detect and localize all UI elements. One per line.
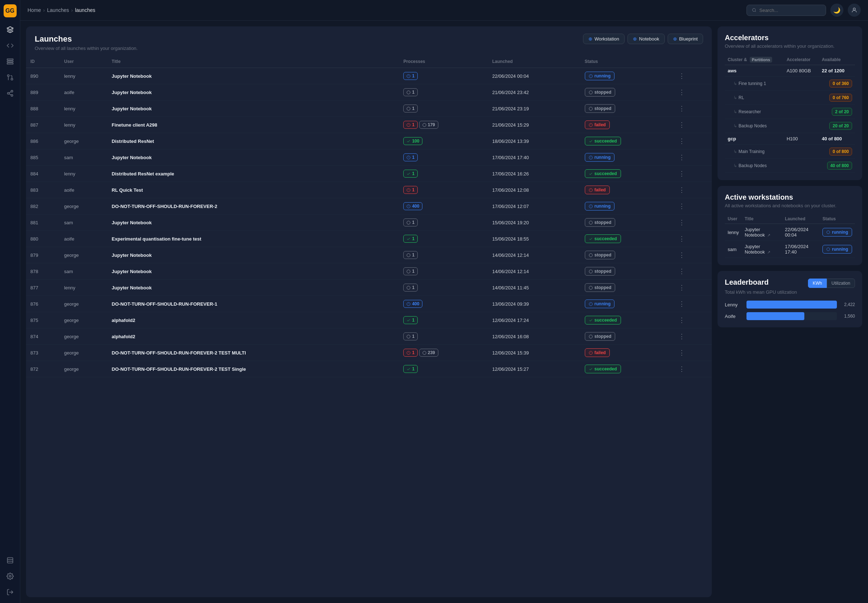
cell-title: Jupyter Notebook bbox=[107, 100, 399, 117]
lb-label: Aoife bbox=[725, 314, 743, 319]
row-menu-button[interactable]: ⋮ bbox=[676, 300, 687, 308]
cell-id: 880 bbox=[26, 231, 60, 247]
cell-menu[interactable]: ⋮ bbox=[672, 247, 712, 263]
search-input[interactable] bbox=[759, 8, 821, 13]
sidebar-item-share[interactable] bbox=[4, 87, 17, 100]
acc-accelerator: A100 80GB bbox=[784, 65, 819, 77]
cell-user: george bbox=[60, 312, 107, 328]
cell-user: sam bbox=[60, 149, 107, 165]
cell-menu[interactable]: ⋮ bbox=[672, 117, 712, 133]
cell-menu[interactable]: ⋮ bbox=[672, 296, 712, 312]
table-row: 880 aoife Experimental quantisation fine… bbox=[26, 231, 712, 247]
user-avatar[interactable] bbox=[848, 4, 861, 17]
row-menu-button[interactable]: ⋮ bbox=[676, 348, 687, 357]
row-menu-button[interactable]: ⋮ bbox=[676, 169, 687, 178]
search-icon bbox=[752, 8, 756, 13]
row-menu-button[interactable]: ⋮ bbox=[676, 332, 687, 341]
cell-menu[interactable]: ⋮ bbox=[672, 312, 712, 328]
acc-cluster-row: aws A100 80GB 22 of 1200 bbox=[725, 65, 855, 77]
svg-point-5 bbox=[11, 90, 13, 92]
cell-title: Jupyter Notebook bbox=[107, 263, 399, 280]
cell-id: 890 bbox=[26, 68, 60, 84]
acc-partition-available: 0 of 800 bbox=[819, 145, 855, 159]
acc-col-accelerator: Accelerator bbox=[784, 55, 819, 65]
sidebar-item-code[interactable] bbox=[4, 39, 17, 52]
cell-menu[interactable]: ⋮ bbox=[672, 68, 712, 84]
cell-launched: 15/06/2024 19:20 bbox=[488, 215, 581, 231]
sidebar-item-git[interactable] bbox=[4, 71, 17, 84]
svg-rect-0 bbox=[7, 59, 13, 60]
cell-processes: 1 bbox=[399, 215, 488, 231]
svg-point-23 bbox=[589, 90, 592, 94]
row-menu-button[interactable]: ⋮ bbox=[676, 137, 687, 145]
breadcrumb-home[interactable]: Home bbox=[28, 7, 41, 13]
cell-launched: 12/06/2024 17:24 bbox=[488, 312, 581, 328]
workstations-table: User Title Launched Status lenny Jupyter… bbox=[725, 214, 855, 258]
cell-menu[interactable]: ⋮ bbox=[672, 361, 712, 377]
cell-launched: 12/06/2024 15:39 bbox=[488, 345, 581, 361]
cell-menu[interactable]: ⋮ bbox=[672, 182, 712, 198]
row-menu-button[interactable]: ⋮ bbox=[676, 104, 687, 113]
svg-point-59 bbox=[423, 351, 426, 354]
cell-menu[interactable]: ⋮ bbox=[672, 231, 712, 247]
breadcrumb-sep-1: › bbox=[43, 7, 45, 13]
row-menu-button[interactable]: ⋮ bbox=[676, 316, 687, 325]
sidebar-item-docs[interactable] bbox=[4, 554, 17, 567]
content-area: Launches ⊕ Workstation ⊕ Notebook ⊕ Blue bbox=[20, 21, 868, 603]
ws-status-badge: running bbox=[822, 228, 852, 237]
row-menu-button[interactable]: ⋮ bbox=[676, 88, 687, 97]
app-logo[interactable]: GG bbox=[4, 4, 17, 17]
cell-menu[interactable]: ⋮ bbox=[672, 84, 712, 100]
svg-line-8 bbox=[9, 94, 11, 95]
status-badge: stopped bbox=[585, 332, 616, 341]
row-menu-button[interactable]: ⋮ bbox=[676, 365, 687, 373]
table-row: 881 sam Jupyter Notebook 1 15/06/2024 19… bbox=[26, 215, 712, 231]
cell-menu[interactable]: ⋮ bbox=[672, 345, 712, 361]
cell-title: Jupyter Notebook bbox=[107, 68, 399, 84]
launches-table: ID User Title Processes Launched Status … bbox=[26, 55, 712, 597]
cell-menu[interactable]: ⋮ bbox=[672, 165, 712, 182]
cell-status: succeeded bbox=[581, 231, 672, 247]
cell-title: Experimental quantisation fine-tune test bbox=[107, 231, 399, 247]
sidebar-item-logout[interactable] bbox=[4, 586, 17, 599]
sidebar-item-settings[interactable] bbox=[4, 570, 17, 583]
launches-panel: Launches ⊕ Workstation ⊕ Notebook ⊕ Blue bbox=[26, 26, 712, 597]
row-menu-button[interactable]: ⋮ bbox=[676, 267, 687, 276]
cell-menu[interactable]: ⋮ bbox=[672, 280, 712, 296]
dark-mode-toggle[interactable]: 🌙 bbox=[830, 4, 843, 17]
row-menu-button[interactable]: ⋮ bbox=[676, 283, 687, 292]
cell-menu[interactable]: ⋮ bbox=[672, 198, 712, 215]
search-box[interactable] bbox=[746, 5, 826, 16]
row-menu-button[interactable]: ⋮ bbox=[676, 186, 687, 194]
svg-point-28 bbox=[423, 123, 426, 126]
ws-status-badge: running bbox=[822, 245, 852, 254]
cell-menu[interactable]: ⋮ bbox=[672, 133, 712, 149]
breadcrumb-launches[interactable]: Launches bbox=[47, 7, 69, 13]
row-menu-button[interactable]: ⋮ bbox=[676, 250, 687, 259]
leaderboard-utilization-btn[interactable]: Utilization bbox=[827, 278, 855, 288]
cell-menu[interactable]: ⋮ bbox=[672, 328, 712, 345]
cell-processes: 1 bbox=[399, 182, 488, 198]
sidebar-item-launches[interactable] bbox=[4, 23, 17, 36]
row-menu-button[interactable]: ⋮ bbox=[676, 72, 687, 80]
ws-title: Jupyter Notebook ↗ bbox=[742, 224, 782, 241]
cell-launched: 14/06/2024 11:45 bbox=[488, 280, 581, 296]
row-menu-button[interactable]: ⋮ bbox=[676, 153, 687, 162]
leaderboard-kwh-btn[interactable]: KWh bbox=[808, 278, 827, 288]
row-menu-button[interactable]: ⋮ bbox=[676, 234, 687, 243]
row-menu-button[interactable]: ⋮ bbox=[676, 121, 687, 129]
cell-menu[interactable]: ⋮ bbox=[672, 100, 712, 117]
table-row: 882 george DO-NOT-TURN-OFF-SHOULD-RUN-FO… bbox=[26, 198, 712, 215]
cell-menu[interactable]: ⋮ bbox=[672, 263, 712, 280]
acc-partition-row: ↳Main Training 0 of 800 bbox=[725, 145, 855, 159]
row-menu-button[interactable]: ⋮ bbox=[676, 218, 687, 227]
cell-menu[interactable]: ⋮ bbox=[672, 149, 712, 165]
acc-available: 22 of 1200 bbox=[819, 65, 855, 77]
cell-processes: 1 bbox=[399, 312, 488, 328]
workstation-button[interactable]: ⊕ Workstation bbox=[583, 34, 625, 44]
blueprint-button[interactable]: ⊕ Blueprint bbox=[668, 34, 703, 44]
notebook-button[interactable]: ⊕ Notebook bbox=[627, 34, 665, 44]
row-menu-button[interactable]: ⋮ bbox=[676, 202, 687, 210]
sidebar-item-layers[interactable] bbox=[4, 55, 17, 68]
cell-menu[interactable]: ⋮ bbox=[672, 215, 712, 231]
